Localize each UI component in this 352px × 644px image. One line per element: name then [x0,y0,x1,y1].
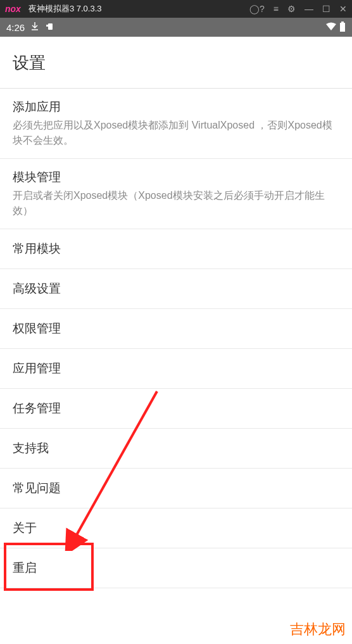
setting-add-app[interactable]: 添加应用 必须先把应用以及Xposed模块都添加到 VirtualXposed … [0,89,352,159]
settings-icon[interactable]: ⚙ [287,4,296,14]
close-icon[interactable]: ✕ [339,4,347,14]
setting-module-manage[interactable]: 模块管理 开启或者关闭Xposed模块（Xposed模块安装之后必须手动开启才能… [0,159,352,229]
help-icon[interactable]: ◯? [249,4,265,14]
maximize-icon[interactable]: ☐ [322,4,330,14]
setting-title: 关于 [13,520,339,536]
emulator-logo: nox [5,4,21,14]
setting-title: 权限管理 [13,320,339,337]
setting-restart[interactable]: 重启 [0,548,352,588]
page-title: 设置 [13,52,339,74]
setting-common-modules[interactable]: 常用模块 [0,229,352,269]
emulator-title: 夜神模拟器3 7.0.3.3 [28,3,249,15]
android-status-bar: 4:26 [0,18,352,37]
setting-advanced[interactable]: 高级设置 [0,269,352,309]
setting-permissions[interactable]: 权限管理 [0,309,352,349]
settings-list: 添加应用 必须先把应用以及Xposed模块都添加到 VirtualXposed … [0,89,352,588]
svg-rect-0 [48,23,53,30]
minimize-icon[interactable]: — [305,4,313,14]
setting-app-manage[interactable]: 应用管理 [0,349,352,389]
setting-desc: 开启或者关闭Xposed模块（Xposed模块安装之后必须手动开启才能生效） [13,188,339,218]
setting-support[interactable]: 支持我 [0,429,352,469]
watermark: 吉林龙网 [290,620,346,639]
menu-icon[interactable]: ≡ [273,4,279,14]
wifi-icon [325,22,337,33]
download-icon [31,22,39,33]
setting-title: 应用管理 [13,360,339,377]
emulator-controls: ◯? ≡ ⚙ — ☐ ✕ [249,4,347,14]
setting-title: 常用模块 [13,241,339,257]
svg-rect-2 [341,22,344,23]
setting-title: 添加应用 [13,99,339,115]
svg-rect-3 [340,23,345,32]
setting-about[interactable]: 关于 [0,508,352,548]
setting-title: 高级设置 [13,281,339,297]
setting-title: 常见问题 [13,480,339,496]
setting-title: 支持我 [13,440,339,457]
setting-title: 模块管理 [13,169,339,186]
page-header: 设置 [0,37,352,89]
setting-title: 任务管理 [13,400,339,417]
svg-rect-1 [46,25,48,27]
setting-task-manage[interactable]: 任务管理 [0,389,352,429]
app-status-icon [45,22,54,33]
setting-title: 重启 [13,560,339,576]
emulator-titlebar: nox 夜神模拟器3 7.0.3.3 ◯? ≡ ⚙ — ☐ ✕ [0,0,352,18]
setting-desc: 必须先把应用以及Xposed模块都添加到 VirtualXposed ，否则Xp… [13,118,339,148]
battery-icon [339,22,346,34]
status-time: 4:26 [6,22,25,33]
setting-faq[interactable]: 常见问题 [0,469,352,508]
